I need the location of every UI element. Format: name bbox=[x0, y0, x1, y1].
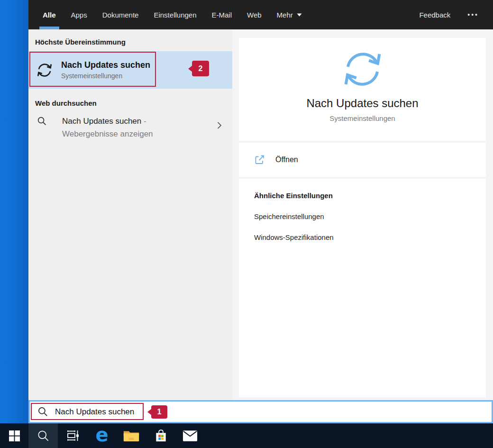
search-bar: 1 bbox=[28, 400, 493, 423]
desktop-background bbox=[0, 0, 28, 423]
preview-title: Nach Updates suchen bbox=[306, 97, 418, 110]
task-view-button[interactable] bbox=[58, 423, 87, 448]
search-icon bbox=[37, 406, 48, 417]
tab-mehr-label: Mehr bbox=[277, 11, 293, 19]
feedback-button[interactable]: Feedback bbox=[419, 11, 450, 19]
best-match-header: Höchste Übereinstimmung bbox=[28, 29, 232, 46]
refresh-icon-large bbox=[341, 47, 384, 91]
related-settings-header: Ähnliche Einstellungen bbox=[254, 192, 486, 200]
open-action-row[interactable]: Öffnen bbox=[239, 143, 486, 177]
chevron-right-icon[interactable] bbox=[217, 121, 222, 129]
filter-tabs: Alle Apps Dokumente Einstellungen E-Mail… bbox=[43, 0, 302, 29]
mail-icon bbox=[183, 430, 198, 442]
open-external-icon bbox=[254, 154, 265, 165]
related-item-windows-spezifikationen[interactable]: Windows-Spezifikationen bbox=[254, 233, 486, 241]
refresh-icon bbox=[36, 62, 53, 79]
windows-search-screen: Alle Apps Dokumente Einstellungen E-Mail… bbox=[0, 0, 493, 448]
nav-right-group: Feedback ••• bbox=[419, 0, 493, 29]
tab-email-label: E-Mail bbox=[212, 11, 232, 19]
taskbar: e bbox=[0, 423, 493, 448]
search-flyout-window: Alle Apps Dokumente Einstellungen E-Mail… bbox=[28, 0, 493, 423]
related-item-speichereinstellungen[interactable]: Speichereinstellungen bbox=[254, 212, 486, 220]
related-settings-card: Ähnliche Einstellungen Speichereinstellu… bbox=[239, 179, 486, 397]
open-action-label: Öffnen bbox=[275, 155, 298, 164]
results-body: Höchste Übereinstimmung Nach Updates suc… bbox=[28, 29, 493, 400]
file-explorer-icon bbox=[123, 430, 139, 442]
preview-card: Nach Updates suchen Systemeinstellungen bbox=[239, 38, 486, 141]
tab-web[interactable]: Web bbox=[247, 0, 262, 29]
search-icon bbox=[37, 116, 47, 126]
search-filter-bar: Alle Apps Dokumente Einstellungen E-Mail… bbox=[28, 0, 493, 29]
tab-alle[interactable]: Alle bbox=[43, 0, 56, 29]
tab-einstellungen-label: Einstellungen bbox=[154, 11, 196, 19]
tab-apps[interactable]: Apps bbox=[71, 0, 87, 29]
windows-logo-icon bbox=[9, 430, 20, 441]
annotation-badge-1: 1 bbox=[151, 405, 167, 419]
web-search-query: Nach Updates suchen bbox=[62, 117, 141, 126]
tab-web-label: Web bbox=[247, 11, 262, 19]
tab-alle-label: Alle bbox=[43, 11, 56, 19]
web-search-header: Web durchsuchen bbox=[28, 89, 232, 107]
tab-dokumente-label: Dokumente bbox=[102, 11, 139, 19]
search-icon bbox=[37, 430, 50, 442]
store-button[interactable] bbox=[146, 423, 175, 448]
microsoft-store-icon bbox=[154, 429, 168, 443]
edge-icon: e bbox=[95, 425, 108, 444]
mail-button[interactable] bbox=[175, 423, 205, 448]
tab-dokumente[interactable]: Dokumente bbox=[102, 0, 139, 29]
web-search-result[interactable]: Nach Updates suchen - Webergebnisse anze… bbox=[28, 115, 232, 140]
tab-apps-label: Apps bbox=[71, 11, 87, 19]
file-explorer-button[interactable] bbox=[117, 423, 146, 448]
tab-einstellungen[interactable]: Einstellungen bbox=[154, 0, 196, 29]
edge-button[interactable]: e bbox=[87, 423, 117, 448]
best-match-subtitle: Systemeinstellungen bbox=[61, 72, 150, 80]
web-search-text: Nach Updates suchen - Webergebnisse anze… bbox=[62, 115, 203, 140]
overflow-menu-button[interactable]: ••• bbox=[467, 11, 479, 18]
tab-email[interactable]: E-Mail bbox=[212, 0, 232, 29]
preview-subtitle: Systemeinstellungen bbox=[329, 114, 395, 122]
task-view-icon bbox=[66, 430, 79, 442]
search-input[interactable] bbox=[55, 402, 492, 422]
start-button[interactable] bbox=[0, 423, 28, 448]
preview-panel: Nach Updates suchen Systemeinstellungen … bbox=[232, 29, 493, 400]
tab-mehr[interactable]: Mehr bbox=[277, 0, 302, 29]
chevron-down-icon bbox=[297, 13, 302, 17]
results-panel: Höchste Übereinstimmung Nach Updates suc… bbox=[28, 29, 232, 400]
best-match-text: Nach Updates suchen Systemeinstellungen bbox=[61, 60, 150, 80]
annotation-badge-2: 2 bbox=[192, 61, 209, 76]
best-match-title: Nach Updates suchen bbox=[61, 60, 150, 70]
taskbar-search-button[interactable] bbox=[28, 423, 58, 448]
